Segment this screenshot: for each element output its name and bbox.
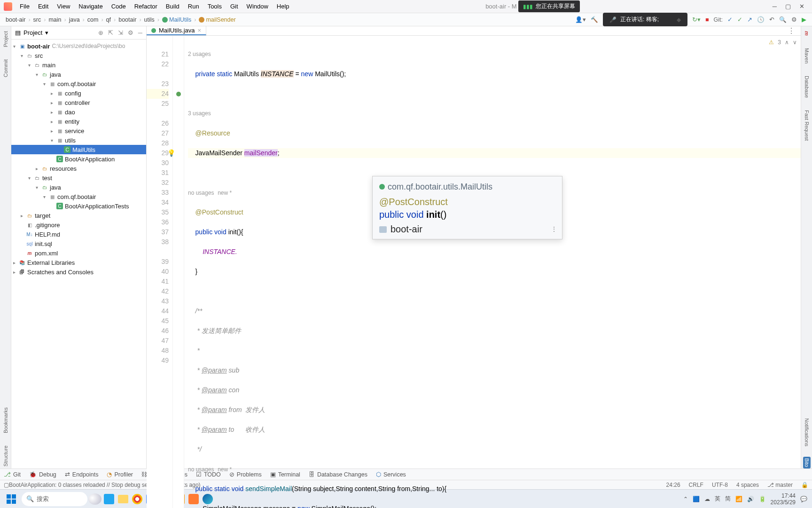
stop-icon[interactable]: ■	[705, 16, 709, 23]
crumb-com[interactable]: com	[87, 16, 99, 23]
intention-bulb-icon[interactable]: 💡	[167, 148, 175, 158]
commit-tool-button[interactable]: Commit	[2, 57, 9, 79]
crumb-main[interactable]: main	[48, 16, 61, 23]
project-tool-button[interactable]: Project	[2, 29, 9, 49]
git-push-icon[interactable]: ↗	[747, 16, 752, 23]
git-tool-button[interactable]: ⎇Git	[4, 471, 21, 478]
menu-help[interactable]: Help	[273, 1, 293, 12]
code-editor[interactable]: 2122 2324 2526 272829 303132 333435 3637…	[147, 36, 801, 508]
menu-git[interactable]: Git	[226, 1, 242, 12]
tray-notifications-icon[interactable]: 💬	[800, 496, 807, 502]
markdown-icon: M↓	[26, 231, 33, 238]
debug-toolbar: ↻▾ ■ Git: ✓ ✓ ↗ 🕓 ↶ 🔍 ⚙ ▶	[692, 16, 806, 23]
fast-request-tool-button[interactable]: Fast Request	[803, 108, 811, 143]
test-folder-icon: 🗀	[41, 184, 48, 190]
hide-panel-icon[interactable]: ─	[138, 29, 142, 36]
bookmarks-tool-button[interactable]: Bookmarks	[2, 405, 9, 435]
select-open-file-icon[interactable]: ⊕	[98, 29, 103, 36]
speaker-close-icon[interactable]: ◆	[677, 16, 681, 23]
notifications-tool-button[interactable]: Notifications	[803, 416, 811, 448]
menu-window[interactable]: Window	[243, 1, 272, 12]
settings-gear-icon[interactable]: ⚙	[128, 29, 133, 36]
folder-icon: 🗀	[26, 52, 33, 59]
collapse-all-icon[interactable]: ⇲	[118, 29, 123, 36]
crumb-root[interactable]: boot-air	[6, 16, 25, 23]
taskbar-search[interactable]: 🔍搜索	[22, 492, 87, 506]
doc-annotation: @PostConstruct	[379, 197, 555, 207]
tree-item-selected[interactable]: CMailUtils	[11, 145, 146, 154]
menu-run[interactable]: Run	[184, 1, 203, 12]
taskbar-explorer[interactable]	[117, 492, 130, 506]
maximize-button[interactable]: ▢	[785, 3, 791, 10]
git-history-icon[interactable]: 🕓	[757, 16, 765, 23]
close-button[interactable]: ✕	[799, 3, 804, 10]
editor-tab[interactable]: MailUtils.java ×	[147, 26, 206, 35]
plugin-icon[interactable]: ▶	[802, 16, 806, 23]
structure-tool-button[interactable]: Structure	[2, 444, 9, 468]
doc-options-icon[interactable]: ⋮	[551, 224, 557, 234]
endpoints-tool-button[interactable]: ⇄Endpoints	[65, 471, 99, 478]
expand-all-icon[interactable]: ⇱	[108, 29, 113, 36]
gutter[interactable]: 2122 2324 2526 272829 303132 333435 3637…	[147, 36, 173, 508]
taskbar-vscode[interactable]	[102, 492, 116, 506]
menu-code[interactable]: Code	[108, 1, 130, 12]
rerun-icon[interactable]: ↻▾	[692, 16, 701, 23]
menu-view[interactable]: View	[53, 1, 74, 12]
profiler-tool-button[interactable]: ◔Profiler	[107, 471, 133, 478]
project-header: ▤ Project ▾ ⊕ ⇱ ⇲ ⚙ ─	[11, 26, 146, 40]
close-tab-icon[interactable]: ×	[198, 27, 202, 34]
screen-share-badge[interactable]: ▮▮▮ 您正在共享屏幕	[518, 0, 580, 12]
menu-navigate[interactable]: Navigate	[75, 1, 106, 12]
git-rollback-icon[interactable]: ↶	[769, 16, 774, 23]
crumb-src[interactable]: src	[33, 16, 41, 23]
spring-bean-icon[interactable]	[176, 92, 181, 96]
git-icon: ⎇	[4, 471, 11, 478]
menu-refactor[interactable]: Refactor	[131, 1, 161, 12]
crumb-java[interactable]: java	[69, 16, 80, 23]
inspection-widget[interactable]: ⚠3 ∧ ∨	[769, 38, 797, 48]
crumb-bootair[interactable]: bootair	[118, 16, 136, 23]
start-button[interactable]	[2, 492, 21, 507]
tool-windows-icon[interactable]: ▢	[4, 482, 9, 488]
menu-file[interactable]: File	[16, 1, 33, 12]
user-icon[interactable]: 👤▾	[575, 16, 586, 23]
git-update-icon[interactable]: ✓	[727, 16, 733, 23]
dropdown-icon[interactable]: ▾	[45, 29, 48, 36]
class-icon: C	[64, 146, 70, 153]
prev-highlight-icon[interactable]: ∧	[785, 38, 789, 48]
menu-build[interactable]: Build	[162, 1, 183, 12]
menu-tools[interactable]: Tools	[204, 1, 226, 12]
database-tool-button[interactable]: Database	[803, 74, 811, 100]
minimize-button[interactable]: ─	[773, 3, 777, 10]
taskbar-chrome[interactable]	[131, 492, 144, 506]
project-title[interactable]: Project	[23, 29, 42, 36]
field-icon	[199, 17, 204, 23]
readonly-lock-icon[interactable]: 🔒	[801, 482, 808, 488]
build-icon[interactable]: 🔨	[591, 16, 598, 23]
crumb-class[interactable]: MailUtils	[162, 16, 191, 23]
tab-options-icon[interactable]: ⋮	[782, 26, 801, 35]
bito-tool-button[interactable]: Bito	[803, 457, 811, 468]
gutter-markers[interactable]	[173, 36, 184, 508]
menu-edit[interactable]: Edit	[34, 1, 52, 12]
debug-tool-button[interactable]: 🐞Debug	[29, 471, 56, 478]
search-icon[interactable]: 🔍	[779, 16, 787, 23]
crumb-utils[interactable]: utils	[144, 16, 155, 23]
gitignore-icon: ◧	[26, 222, 33, 228]
code-content[interactable]: 2 usages private static MailUtils INSTAN…	[184, 36, 801, 508]
maven-label[interactable]: Maven	[803, 46, 811, 65]
package-icon: ▦	[49, 193, 55, 200]
crumb-field[interactable]: mailSender	[199, 16, 235, 23]
project-icon: ▤	[15, 29, 21, 36]
quick-doc-popup: com.qf.bootair.utils.MailUtils @PostCons…	[372, 176, 562, 239]
doc-module: boot-air	[379, 224, 555, 234]
project-tree[interactable]: ▾▣boot-airC:\Users\zed\IdeaProjects\bo ▾…	[11, 40, 146, 278]
maven-tool-button[interactable]: m	[803, 29, 811, 38]
weather-widget[interactable]	[88, 492, 102, 506]
git-commit-icon[interactable]: ✓	[737, 16, 742, 23]
source-folder-icon: 🗀	[41, 71, 48, 78]
settings-icon[interactable]: ⚙	[791, 16, 797, 23]
bug-icon: 🐞	[29, 471, 37, 478]
crumb-qf[interactable]: qf	[106, 16, 111, 23]
next-highlight-icon[interactable]: ∨	[793, 38, 797, 48]
